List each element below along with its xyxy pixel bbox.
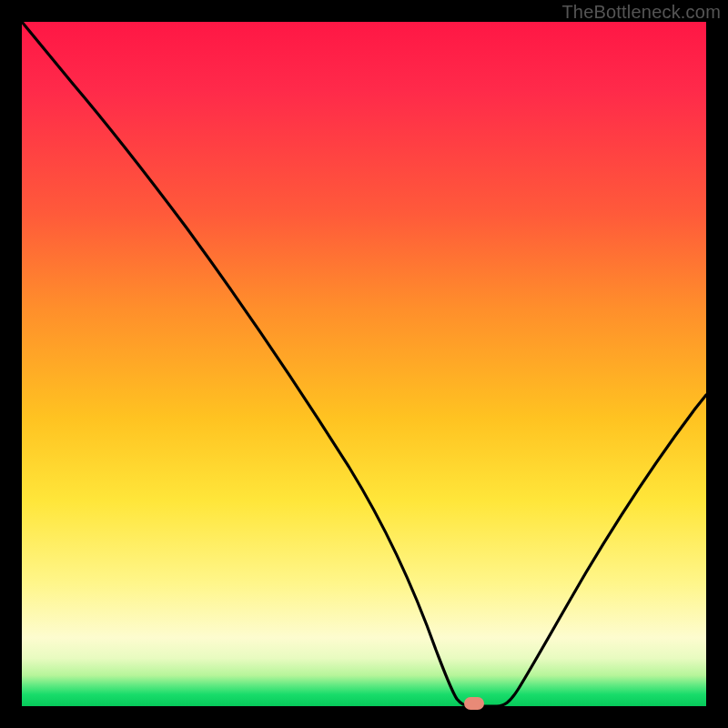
optimal-marker [464, 697, 484, 710]
plot-area [22, 22, 706, 706]
curve-path [22, 22, 706, 706]
chart-frame: TheBottleneck.com [0, 0, 728, 728]
watermark-text: TheBottleneck.com [561, 2, 721, 23]
bottleneck-curve [22, 22, 706, 706]
